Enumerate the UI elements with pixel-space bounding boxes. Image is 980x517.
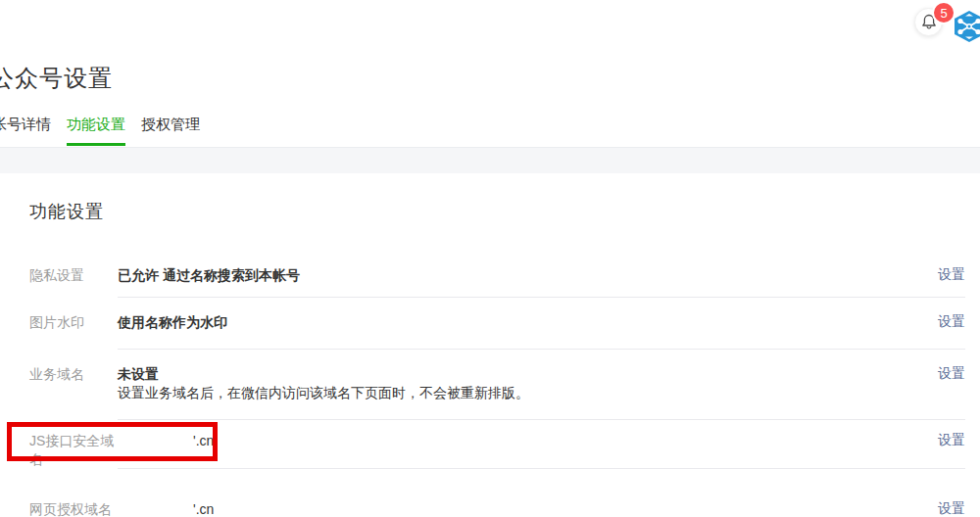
top-bar: 5 bbox=[0, 0, 980, 45]
tab-account-details[interactable]: 帐号详情 bbox=[0, 116, 51, 146]
privacy-settings-link[interactable]: 设置 bbox=[938, 266, 965, 284]
js-domain-settings-link[interactable]: 设置 bbox=[938, 432, 965, 449]
row-value: 已允许 通过名称搜索到本帐号 bbox=[118, 266, 300, 285]
row-label: JS接口安全域名 bbox=[29, 432, 120, 469]
row-label: 隐私设置 bbox=[29, 266, 120, 285]
tab-bar: 帐号详情 功能设置 授权管理 bbox=[0, 116, 216, 146]
row-label: 业务域名 bbox=[29, 365, 120, 384]
row-value: '.cn bbox=[193, 432, 214, 450]
row-label: 图片水印 bbox=[29, 313, 120, 332]
page-title: 公众号设置 bbox=[0, 63, 113, 94]
row-divider bbox=[118, 419, 965, 420]
tab-authorization-management[interactable]: 授权管理 bbox=[141, 116, 200, 146]
row-value: 未设置 bbox=[118, 365, 159, 384]
row-divider bbox=[118, 349, 965, 350]
row-description: 设置业务域名后，在微信内访问该域名下页面时，不会被重新排版。 bbox=[118, 384, 529, 402]
row-value: '.cn bbox=[193, 500, 214, 517]
row-divider bbox=[118, 297, 965, 298]
business-domain-settings-link[interactable]: 设置 bbox=[938, 365, 965, 383]
row-label: 网页授权域名 bbox=[29, 500, 120, 517]
row-divider bbox=[118, 468, 965, 469]
open-platform-logo-icon[interactable] bbox=[953, 11, 980, 42]
tab-function-settings[interactable]: 功能设置 bbox=[67, 116, 125, 146]
section-separator-band bbox=[0, 147, 980, 173]
row-value: 使用名称作为水印 bbox=[118, 313, 227, 332]
watermark-settings-link[interactable]: 设置 bbox=[938, 313, 965, 331]
webauth-domain-settings-link[interactable]: 设置 bbox=[938, 500, 965, 517]
section-heading: 功能设置 bbox=[29, 200, 104, 223]
